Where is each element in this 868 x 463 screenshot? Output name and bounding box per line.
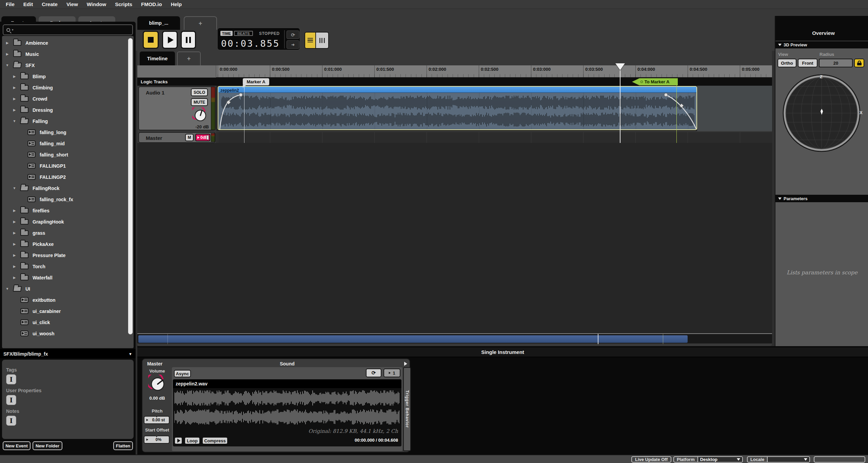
ortho-view-button[interactable]: Ortho <box>777 59 796 67</box>
tree-scrollbar[interactable] <box>128 38 133 335</box>
tree-event-falling_long[interactable]: falling_long <box>2 127 134 138</box>
3d-preview-header[interactable]: 3D Preview <box>775 41 868 48</box>
tree-folder-falling[interactable]: ▼Falling <box>2 115 134 127</box>
expander-icon[interactable]: ▶ <box>12 242 17 246</box>
fade-out-start-handle[interactable] <box>664 93 668 97</box>
new-event-button[interactable]: New Event <box>3 441 31 450</box>
pause-button[interactable] <box>181 31 196 49</box>
menu-scripts[interactable]: Scripts <box>111 1 137 7</box>
file-loop-button[interactable]: Loop <box>184 437 200 444</box>
fade-out-handle[interactable] <box>679 104 684 108</box>
flatten-button[interactable]: Flatten <box>113 441 133 450</box>
tree-folder-pickaaxe[interactable]: ▶PickaAxe <box>2 238 134 250</box>
play-count-spinner[interactable]: 1 <box>383 369 400 377</box>
locale-dropdown[interactable] <box>767 457 809 462</box>
tree-folder-ui[interactable]: ▼UI <box>2 283 134 294</box>
expander-icon[interactable]: ▶ <box>5 41 10 45</box>
mute-button[interactable]: MUTE <box>191 98 208 106</box>
follow-playhead-button[interactable]: ➜ <box>287 40 299 49</box>
expander-icon[interactable]: ▶ <box>12 86 17 89</box>
tree-folder-music[interactable]: ▶Music <box>2 48 134 60</box>
start-offset-spinner[interactable]: 0% <box>144 436 170 444</box>
loop-mode-button[interactable]: ⟳ <box>366 369 381 377</box>
radius-field[interactable]: 20 <box>819 59 853 67</box>
expander-icon[interactable]: ▼ <box>5 287 10 291</box>
platform-selector[interactable]: Platform Desktop <box>673 456 743 463</box>
edit-notes-button[interactable]: I <box>6 416 16 426</box>
expander-icon[interactable]: ▶ <box>12 265 17 268</box>
expander-icon[interactable]: ▶ <box>12 253 17 257</box>
tree-folder-waterfall[interactable]: ▶Waterfall <box>2 272 134 283</box>
loop-playback-button[interactable]: ⟳ <box>287 30 299 39</box>
timeline-ruler[interactable]: 0:00:0000:00:5000:01:0000:01:5000:02:000… <box>137 65 772 78</box>
radius-lock-button[interactable] <box>854 59 864 67</box>
tree-folder-grass[interactable]: ▶grass <box>2 227 134 238</box>
menu-edit[interactable]: Edit <box>19 1 37 7</box>
tree-event-fallingp1[interactable]: FALLINGP1 <box>2 160 134 171</box>
platform-dropdown[interactable]: Desktop <box>697 457 742 462</box>
locale-selector[interactable]: Locale <box>747 456 810 463</box>
tree-folder-crowd[interactable]: ▶Crowd <box>2 93 134 104</box>
expander-icon[interactable]: ▶ <box>5 52 10 56</box>
tree-event-ui_click[interactable]: ui_click <box>2 317 134 328</box>
expander-icon[interactable]: ▶ <box>12 75 17 78</box>
menu-view[interactable]: View <box>62 1 82 7</box>
tracks-view-button[interactable] <box>304 32 316 49</box>
tree-folder-pressure_plate[interactable]: ▶Pressure Plate <box>2 250 134 261</box>
master-fader[interactable]: 0dB <box>195 134 210 141</box>
playhead-handle[interactable] <box>615 63 625 70</box>
menu-create[interactable]: Create <box>37 1 62 7</box>
search-filter-caret-icon[interactable]: ▾ <box>12 28 14 31</box>
expander-icon[interactable]: ▶ <box>12 220 17 224</box>
tree-event-falling_short[interactable]: falling_short <box>2 149 134 160</box>
time-mode-button[interactable]: TIME <box>220 31 233 36</box>
expander-icon[interactable]: ▼ <box>12 186 17 190</box>
parameters-header[interactable]: Parameters <box>775 195 868 202</box>
expander-icon[interactable]: ▶ <box>12 97 17 101</box>
tree-folder-fireflies[interactable]: ▶fireflies <box>2 205 134 216</box>
new-event-tab-button[interactable]: + <box>184 16 217 30</box>
play-button[interactable] <box>162 31 178 49</box>
tree-event-ui_carabiner[interactable]: ui_carabiner <box>2 306 134 317</box>
marker-a-tag[interactable]: Marker A <box>243 78 269 85</box>
instrument-clip-zeppelin2[interactable]: zeppelin2 <box>218 86 697 130</box>
solo-button[interactable]: SOLO <box>191 88 208 96</box>
trigger-behavior-drawer[interactable]: Trigger Behavior <box>403 367 411 451</box>
master-track-header[interactable]: Master M 0dB <box>138 132 216 143</box>
add-sheet-tab-button[interactable]: + <box>177 51 201 65</box>
tree-folder-dressing[interactable]: ▶Dressing <box>2 104 134 115</box>
async-button[interactable]: Async <box>174 370 191 377</box>
expander-icon[interactable]: ▼ <box>12 119 17 123</box>
tree-event-ui_woosh[interactable]: ui_woosh <box>2 328 134 339</box>
expander-icon[interactable]: ▶ <box>12 209 17 212</box>
tree-folder-graplinghook[interactable]: ▶GraplingHook <box>2 216 134 227</box>
menu-window[interactable]: Window <box>82 1 111 7</box>
tree-folder-ambience[interactable]: ▶Ambience <box>2 37 134 48</box>
tree-folder-sfx[interactable]: ▼SFX <box>2 60 134 71</box>
overview-range[interactable] <box>138 335 688 343</box>
tree-folder-blimp[interactable]: ▶Blimp <box>2 71 134 82</box>
timeline-overview-scrollbar[interactable] <box>137 333 772 343</box>
tree-event-exitbutton[interactable]: exitbutton <box>2 294 134 306</box>
pitch-spinner[interactable]: 0.00 st <box>144 416 170 424</box>
stop-button[interactable] <box>143 31 159 49</box>
to-marker-a-transition-tag[interactable]: To Marker A <box>632 78 678 85</box>
tree-folder-fallingrock[interactable]: ▼FallingRock <box>2 183 134 194</box>
menu-file[interactable]: File <box>1 1 19 7</box>
deck-volume-knob[interactable] <box>148 375 167 394</box>
tab-event-blimp[interactable]: blimp_... <box>137 16 180 30</box>
deck-expand-icon[interactable] <box>404 362 407 366</box>
track-volume-knob[interactable] <box>192 107 209 124</box>
tree-folder-climbing[interactable]: ▶Climbing <box>2 82 134 93</box>
compress-button[interactable]: Compress <box>202 437 228 444</box>
beats-mode-button[interactable]: BEATS <box>234 31 253 36</box>
lanes-view-button[interactable] <box>316 32 329 49</box>
tree-event-falling_rock_fx[interactable]: falling_rock_fx <box>2 194 134 205</box>
tree-folder-torch[interactable]: ▶Torch <box>2 261 134 272</box>
edit-user-properties-button[interactable]: I <box>6 395 16 405</box>
tree-event-falling_mid[interactable]: falling_mid <box>2 138 134 149</box>
menu-help[interactable]: Help <box>166 1 186 7</box>
search-input[interactable]: ▾ <box>3 24 133 35</box>
menu-fmodio[interactable]: FMOD.io <box>137 1 166 7</box>
preview-play-button[interactable] <box>174 437 182 444</box>
